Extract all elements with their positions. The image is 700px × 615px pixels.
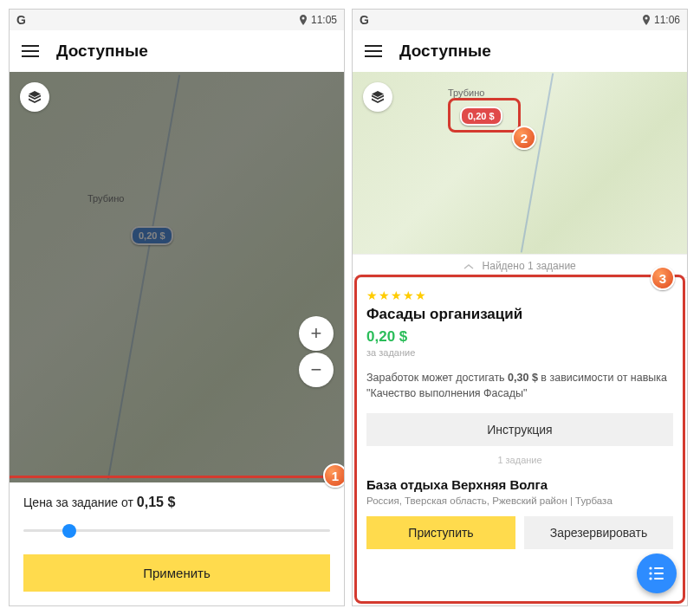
map[interactable]: Трубино 0,20 $ 2 <box>353 72 687 254</box>
status-bar: G 11:05 <box>10 10 344 30</box>
task-price-per: за задание <box>366 347 673 358</box>
task-count-label: 1 задание <box>366 446 673 474</box>
slider-thumb[interactable] <box>62 524 76 538</box>
app-bar: Доступные <box>10 30 344 72</box>
map[interactable]: Трубино 0,20 $ + − <box>10 72 344 482</box>
svg-point-4 <box>649 577 651 579</box>
phone-right: G 11:06 Доступные Трубино 0,20 $ 2 <box>352 9 688 606</box>
filter-sheet: Цена за задание от 0,15 $ Применить 1 <box>10 482 344 605</box>
price-slider[interactable] <box>23 529 330 532</box>
menu-icon[interactable] <box>22 45 39 57</box>
place-subtitle: Россия, Тверская область, Ржевский район… <box>366 495 673 506</box>
task-price: 0,20 $ <box>366 328 673 346</box>
location-icon <box>299 15 308 25</box>
rating-stars: ★★★★★ <box>366 288 673 302</box>
status-bar: G 11:06 <box>353 10 687 30</box>
chevron-up-icon <box>463 263 474 270</box>
zoom-in-button[interactable]: + <box>299 316 334 351</box>
price-filter-label: Цена за задание от 0,15 $ <box>23 495 330 510</box>
menu-icon[interactable] <box>365 45 382 57</box>
zoom-out-button[interactable]: − <box>299 353 334 387</box>
os-badge: G <box>360 13 369 27</box>
clock-time: 11:05 <box>311 14 337 26</box>
page-title: Доступные <box>399 42 491 61</box>
svg-rect-1 <box>654 567 664 569</box>
layers-button[interactable] <box>20 82 49 112</box>
layers-icon <box>28 90 42 104</box>
apply-button[interactable]: Применить <box>23 554 330 592</box>
phone-left: G 11:05 Доступные Трубино 0,20 $ + <box>9 9 345 606</box>
place-title: База отдыха Верхняя Волга <box>366 477 673 492</box>
svg-point-2 <box>649 572 651 574</box>
task-card: ★★★★★ Фасады организаций 0,20 $ за задан… <box>353 278 687 563</box>
layers-button[interactable] <box>363 82 392 112</box>
reserve-button[interactable]: Зарезервировать <box>524 516 673 549</box>
page-title: Доступные <box>56 42 148 61</box>
svg-point-0 <box>649 566 651 569</box>
fab-list-button[interactable] <box>637 554 677 593</box>
start-button[interactable]: Приступить <box>366 516 515 549</box>
clock-time: 11:06 <box>654 14 680 26</box>
instruction-button[interactable]: Инструкция <box>366 413 673 446</box>
layers-icon <box>371 90 385 104</box>
list-icon <box>648 566 665 580</box>
location-icon <box>642 15 651 25</box>
app-bar: Доступные <box>353 30 687 72</box>
os-badge: G <box>16 13 26 27</box>
task-description: Заработок может достигать 0,30 $ в завис… <box>366 370 673 401</box>
found-count-bar: Найдено 1 задание <box>353 254 687 278</box>
svg-rect-5 <box>654 578 664 579</box>
svg-rect-3 <box>654 573 664 574</box>
map-price-pin[interactable]: 0,20 $ <box>460 107 502 126</box>
task-title: Фасады организаций <box>366 306 673 323</box>
zoom-controls: + − <box>299 316 334 387</box>
map-town-label: Трубино <box>448 87 484 98</box>
